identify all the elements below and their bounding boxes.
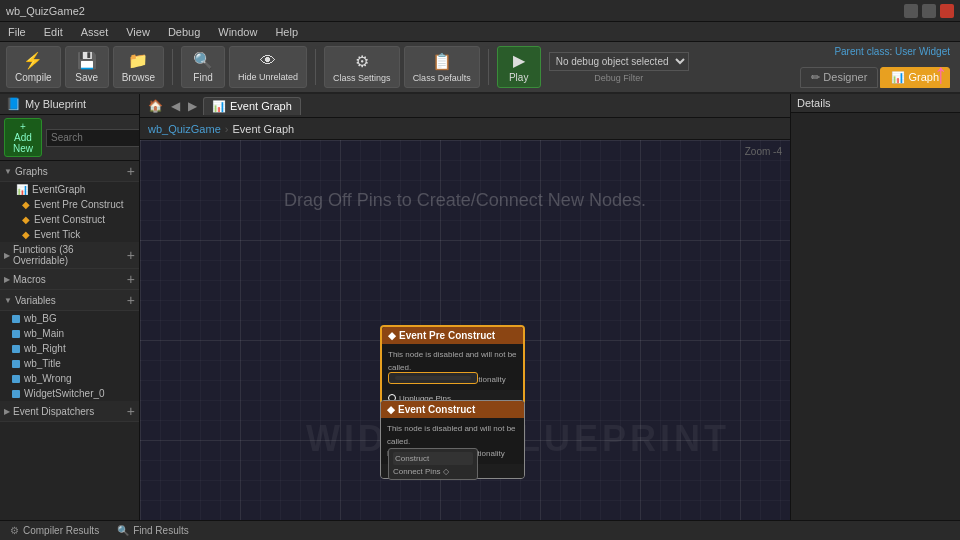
- event-dispatchers-label: Event Dispatchers: [13, 406, 94, 417]
- sub-node-label: Construct: [393, 452, 473, 465]
- node1-header: ◆ Event Pre Construct: [382, 327, 523, 344]
- var-wb-wrong[interactable]: wb_Wrong: [0, 371, 139, 386]
- graphs-add-icon[interactable]: +: [127, 163, 135, 179]
- var-wb-right-label: wb_Right: [24, 343, 66, 354]
- graphs-section-header[interactable]: ▼ Graphs +: [0, 161, 139, 182]
- find-results-tab[interactable]: 🔍 Find Results: [113, 525, 193, 536]
- menu-debug[interactable]: Debug: [164, 26, 204, 38]
- menu-window[interactable]: Window: [214, 26, 261, 38]
- compiler-results-icon: ⚙: [10, 525, 19, 536]
- node1-header-icon: ◆: [388, 330, 396, 341]
- node-event-pre-construct[interactable]: ◆ Event Pre Construct This node is disab…: [380, 325, 525, 409]
- event-graph-tab[interactable]: 📊 Event Graph: [203, 97, 301, 115]
- browse-button[interactable]: 📁 Browse: [113, 46, 164, 88]
- browse-icon: 📁: [128, 51, 148, 70]
- menu-view[interactable]: View: [122, 26, 154, 38]
- compiler-results-label: Compiler Results: [23, 525, 99, 536]
- var-wb-title-label: wb_Title: [24, 358, 61, 369]
- play-button[interactable]: ▶ Play: [497, 46, 541, 88]
- sub-node-group[interactable]: Construct Connect Pins ◇: [388, 448, 478, 480]
- separator-3: [488, 49, 489, 85]
- add-new-button[interactable]: + Add New: [4, 118, 42, 157]
- minimize-btn[interactable]: [904, 4, 918, 18]
- variables-label: Variables: [15, 295, 56, 306]
- functions-add-icon[interactable]: +: [127, 247, 135, 263]
- compiler-results-tab[interactable]: ⚙ Compiler Results: [6, 525, 103, 536]
- var-widget-switcher-label: WidgetSwitcher_0: [24, 388, 105, 399]
- find-label: Find: [193, 72, 212, 83]
- blueprint-icon: 📘: [6, 97, 21, 111]
- class-defaults-button[interactable]: 📋 Class Defaults: [404, 46, 480, 88]
- separator-2: [315, 49, 316, 85]
- save-button[interactable]: 💾 Save: [65, 46, 109, 88]
- event-graph-item[interactable]: 📊 EventGraph: [0, 182, 139, 197]
- event-dispatchers-section-header[interactable]: ▶ Event Dispatchers +: [0, 401, 139, 422]
- find-button[interactable]: 🔍 Find: [181, 46, 225, 88]
- functions-section-header[interactable]: ▶ Functions (36 Overridable) +: [0, 242, 139, 269]
- event-construct-icon: ◆: [22, 214, 30, 225]
- var-color-wb-main: [12, 330, 20, 338]
- event-dispatchers-add-icon[interactable]: +: [127, 403, 135, 419]
- var-widget-switcher[interactable]: WidgetSwitcher_0: [0, 386, 139, 401]
- class-defaults-icon: 📋: [432, 52, 452, 71]
- menu-asset[interactable]: Asset: [77, 26, 113, 38]
- debug-filter-select[interactable]: No debug object selected: [549, 52, 689, 71]
- class-settings-button[interactable]: ⚙ Class Settings: [324, 46, 400, 88]
- graphs-collapse-icon: ▼: [4, 167, 12, 176]
- macros-add-icon[interactable]: +: [127, 271, 135, 287]
- menu-bar: File Edit Asset View Debug Window Help: [0, 22, 960, 42]
- debug-filter[interactable]: No debug object selected Debug Filter: [549, 52, 689, 83]
- graph-label: Graph: [908, 71, 939, 83]
- var-wb-bg[interactable]: wb_BG: [0, 311, 139, 326]
- parent-class-value[interactable]: User Widget: [895, 46, 950, 57]
- tab-nav-home[interactable]: 🏠: [146, 99, 165, 113]
- event-tick-icon: ◆: [22, 229, 30, 240]
- tab-nav-forward[interactable]: ▶: [186, 99, 199, 113]
- tab-nav-back[interactable]: ◀: [169, 99, 182, 113]
- graph-tab[interactable]: 📊 Graph: [880, 67, 950, 88]
- hide-unrelated-button[interactable]: 👁 Hide Unrelated: [229, 46, 307, 88]
- macros-section-header[interactable]: ▶ Macros +: [0, 269, 139, 290]
- var-wb-title[interactable]: wb_Title: [0, 356, 139, 371]
- var-color-wb-right: [12, 345, 20, 353]
- window-controls: [904, 4, 954, 18]
- class-settings-icon: ⚙: [355, 52, 369, 71]
- parent-class-label: Parent class: [834, 46, 889, 57]
- graph-canvas[interactable]: Drag Off Pins to Create/Connect New Node…: [140, 140, 790, 520]
- small-connector-node[interactable]: [388, 372, 478, 384]
- parent-class: Parent class: User Widget: [834, 46, 950, 57]
- var-wb-right[interactable]: wb_Right: [0, 341, 139, 356]
- var-wb-main[interactable]: wb_Main: [0, 326, 139, 341]
- class-settings-label: Class Settings: [333, 73, 391, 83]
- menu-help[interactable]: Help: [271, 26, 302, 38]
- bottom-bar: ⚙ Compiler Results 🔍 Find Results: [0, 520, 960, 540]
- search-input[interactable]: [46, 129, 140, 147]
- bc-wb-quiz[interactable]: wb_QuizGame: [148, 123, 221, 135]
- event-graph-icon: 📊: [16, 184, 28, 195]
- menu-file[interactable]: File: [4, 26, 30, 38]
- event-tick-label: Event Tick: [34, 229, 80, 240]
- debug-filter-label: Debug Filter: [594, 73, 643, 83]
- variables-add-icon[interactable]: +: [127, 292, 135, 308]
- menu-edit[interactable]: Edit: [40, 26, 67, 38]
- event-graph-tab-label: Event Graph: [230, 100, 292, 112]
- designer-tab[interactable]: ✏ Designer: [800, 67, 878, 88]
- event-construct-item[interactable]: ◆ Event Construct: [0, 212, 139, 227]
- event-pre-construct-item[interactable]: ◆ Event Pre Construct: [0, 197, 139, 212]
- var-color-wb-bg: [12, 315, 20, 323]
- compile-button[interactable]: ⚡ Compile: [6, 46, 61, 88]
- designer-graph-tabs: ✏ Designer 📊 Graph: [800, 67, 950, 88]
- my-blueprint-label: My Blueprint: [25, 98, 86, 110]
- node2-header-text: Event Construct: [398, 404, 475, 415]
- event-pre-construct-label: Event Pre Construct: [34, 199, 123, 210]
- details-header: Details: [791, 94, 960, 113]
- variables-section-header[interactable]: ▼ Variables +: [0, 290, 139, 311]
- event-tick-item[interactable]: ◆ Event Tick: [0, 227, 139, 242]
- breadcrumb: wb_QuizGame › Event Graph: [140, 118, 790, 140]
- zoom-indicator: Zoom -4: [745, 146, 782, 157]
- maximize-btn[interactable]: [922, 4, 936, 18]
- title-bar: wb_QuizGame2: [0, 0, 960, 22]
- compile-icon: ⚡: [23, 51, 43, 70]
- title-bar-text: wb_QuizGame2: [6, 5, 85, 17]
- close-btn[interactable]: [940, 4, 954, 18]
